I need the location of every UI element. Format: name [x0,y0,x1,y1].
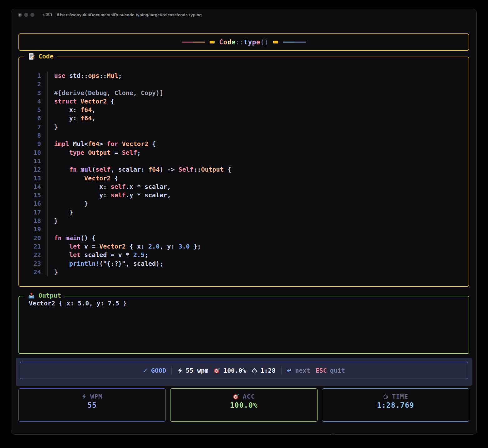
code-line: let v = Vector2 { x: 2.0, y: 3.0 }; [54,242,231,251]
code-line: Vector2 { [54,174,231,183]
accuracy-stat-value: 100.0% [230,401,258,409]
status-time: 1:28 [252,367,276,374]
code-line: x: f64, [54,106,231,114]
app-title-segment: e [231,38,236,46]
close-window-button[interactable] [18,13,22,17]
output-panel-title: Output [24,292,64,299]
code-lines: use std::ops::Mul; #[derive(Debug, Clone… [54,72,231,276]
target-icon [233,393,239,400]
status-accuracy: 100.0% [214,367,246,374]
footer-end-text: to quit [308,433,338,435]
code-panel: Code 12345678910111213141516171819202122… [18,57,469,287]
code-line [54,131,231,140]
code-editor: 123456789101112131415161718192021222324 … [19,72,469,276]
stopwatch-icon [252,367,257,374]
status-wpm: 55 wpm [177,367,208,374]
code-line: } [54,208,231,217]
status-next-hint: ↵ next [287,367,310,374]
status-strip: ✓ GOOD 55 wpm [16,358,472,386]
footer-hint: Press ENTER for next sample or ESC to qu… [18,425,469,435]
code-line: y: self.y * scalar, [54,191,231,199]
line-number: 13 [19,174,41,183]
code-line: } [54,217,231,225]
line-number: 12 [19,165,41,174]
footer-enter-key: ENTER [202,433,221,435]
code-line: type Output = Self; [54,148,231,157]
app-title-segment: y [248,38,252,46]
accuracy-stat-card: ACC 100.0% [170,388,318,422]
app-title-segment: o [223,38,227,46]
code-line: println!("{:?}", scaled); [54,259,231,268]
gutter-divider [47,72,48,276]
program-output: Vector2 { x: 5.0, y: 7.5 } [19,296,469,307]
output-panel: Output Vector2 { x: 5.0, y: 7.5 } [18,296,469,354]
line-number: 3 [19,89,41,97]
code-line: } [54,123,231,131]
wpm-stat-card: WPM 55 [18,388,166,422]
status-wpm-value: 55 wpm [186,367,208,374]
line-number-gutter: 123456789101112131415161718192021222324 [19,72,41,276]
window-title: ⌥⌘1 /Users/wooyukit/Documents/Rust/code-… [41,13,202,17]
header-dash-left-icon [210,41,215,43]
close-dot-icon [19,14,21,16]
status-result-label: GOOD [151,367,166,374]
line-number: 24 [19,268,41,276]
header-dash-right-icon [273,41,278,43]
line-number: 17 [19,208,41,217]
line-number: 1 [19,72,41,80]
line-number: 6 [19,114,41,123]
window-title-path: /Users/wooyukit/Documents/Rust/code-typi… [57,13,202,17]
zoom-window-button[interactable] [30,13,34,17]
line-number: 21 [19,242,41,251]
footer-esc-key: ESC [297,433,308,435]
time-stat-card: TIME 1:28.769 [322,388,469,422]
line-number: 4 [19,97,41,106]
code-line: y: f64, [54,114,231,123]
minimize-window-button[interactable] [24,13,28,17]
tab-shortcut-label: ⌥⌘1 [41,13,53,17]
line-number: 9 [19,140,41,148]
app-title-segment: t [244,38,248,46]
footer-press-text: Press [180,433,202,435]
app-title: Code::type() [219,38,269,46]
time-stat-value: 1:28.769 [377,401,414,409]
line-number: 7 [19,123,41,131]
app-header: Code::type() [18,33,469,51]
code-panel-title-label: Code [38,53,53,60]
status-quit-label: quit [330,367,345,374]
line-number: 18 [19,217,41,225]
status-result: ✓ GOOD [143,367,166,374]
app-title-segment: () [260,38,268,46]
code-line: use std::ops::Mul; [54,72,231,80]
titlebar: ⌥⌘1 /Users/wooyukit/Documents/Rust/code-… [11,9,476,20]
app-title-segment: d [227,38,231,46]
app-title-segment: e [256,38,260,46]
stats-row: WPM 55 ACC [18,388,469,422]
screen: ⌥⌘1 /Users/wooyukit/Documents/Rust/code-… [0,0,488,448]
status-accuracy-value: 100.0% [223,367,246,374]
line-number: 8 [19,131,41,140]
code-line: fn main() { [54,234,231,242]
line-number: 14 [19,183,41,191]
time-stat-label: TIME [383,393,408,400]
status-divider [281,366,282,375]
line-number: 19 [19,225,41,234]
app-title-segment: C [219,38,223,46]
code-line: #[derive(Debug, Clone, Copy)] [54,89,231,97]
code-line: fn mul(self, scalar: f64) -> Self::Outpu… [54,165,231,174]
check-icon: ✓ [143,367,148,374]
line-number: 5 [19,106,41,114]
terminal-window: ⌥⌘1 /Users/wooyukit/Documents/Rust/code-… [11,9,477,435]
code-line [54,225,231,234]
terminal-content: Code::type() Code 123456789101112131415 [11,33,476,435]
app-title-segment: :: [236,38,244,46]
footer-mid-text: for next sample or [221,433,297,435]
accuracy-stat-label: ACC [233,393,255,400]
line-number: 15 [19,191,41,199]
return-icon: ↵ [287,367,292,374]
line-number: 10 [19,148,41,157]
status-quit-hint: ESC quit [316,367,345,374]
line-number: 2 [19,80,41,88]
line-number: 16 [19,199,41,208]
status-time-value: 1:28 [261,367,276,374]
